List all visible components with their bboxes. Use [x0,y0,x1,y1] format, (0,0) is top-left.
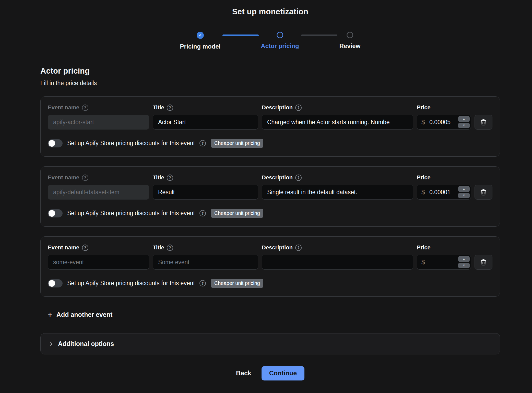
monetization-wizard: Set up monetization ✓ Pricing model Acto… [40,0,500,380]
toggle-knob [49,210,55,217]
delete-event-button[interactable] [475,185,492,200]
description-label-text: Description [262,244,293,251]
event-name-input[interactable] [48,115,149,130]
help-icon[interactable]: ? [295,175,302,181]
cheaper-unit-pricing-badge: Cheaper unit pricing [211,279,263,288]
description-label-text: Description [262,174,293,181]
add-another-event-button[interactable]: + Add another event [48,311,112,318]
title-label-text: Title [153,244,164,251]
currency-symbol: $ [421,119,425,126]
step-pricing-model[interactable]: ✓ Pricing model [180,32,221,50]
discount-toggle-label: Set up Apify Store pricing discounts for… [67,140,195,147]
title-field-group: Title ? [153,174,258,200]
title-input[interactable] [153,185,258,200]
title-label-text: Title [153,174,164,181]
toggle-knob [49,140,55,147]
event-pricing-card: Event name ? Title ? Description ? [40,96,500,157]
discount-toggle[interactable] [48,209,63,217]
continue-button[interactable]: Continue [262,366,304,380]
price-input-wrap: $ ▲ ▼ [417,185,471,200]
step-label: Review [339,42,361,50]
stepper: ✓ Pricing model Actor pricing Review [40,32,500,50]
stepper-up-icon[interactable]: ▲ [458,186,470,192]
title-input[interactable] [153,255,258,270]
additional-options-label: Additional options [58,340,114,348]
delete-event-button[interactable] [475,255,492,270]
stepper-connector-done [222,34,259,36]
discount-toggle-row: Set up Apify Store pricing discounts for… [48,139,493,148]
help-icon[interactable]: ? [82,105,88,111]
description-input[interactable] [262,255,413,270]
discount-toggle[interactable] [48,139,63,147]
price-label: Price [417,174,471,181]
discount-toggle[interactable] [48,279,63,287]
section-subheading: Fill in the price details [40,80,500,87]
description-label-text: Description [262,104,293,111]
title-label: Title ? [153,104,258,111]
help-icon[interactable]: ? [167,245,173,251]
add-another-event-label: Add another event [56,311,112,318]
title-input[interactable] [153,115,258,130]
step-label: Pricing model [180,43,221,50]
discount-toggle-label: Set up Apify Store pricing discounts for… [67,280,195,287]
description-label: Description ? [262,244,413,251]
step-label: Actor pricing [261,42,299,50]
title-field-group: Title ? [153,244,258,270]
stepper-connector-todo [301,34,337,36]
page-title: Set up monetization [40,0,500,16]
help-icon[interactable]: ? [199,280,206,286]
cheaper-unit-pricing-badge: Cheaper unit pricing [211,209,263,218]
additional-options-expander[interactable]: Additional options [40,333,500,354]
stepper-down-icon[interactable]: ▼ [458,123,470,129]
price-stepper: ▲ ▼ [458,116,470,128]
currency-symbol: $ [421,189,425,196]
trash-icon [480,188,487,196]
step-actor-pricing[interactable]: Actor pricing [261,32,299,50]
discount-toggle-row: Set up Apify Store pricing discounts for… [48,279,493,288]
stepper-up-icon[interactable]: ▲ [458,116,470,122]
price-input-wrap: $ ▲ ▼ [417,255,471,270]
price-stepper: ▲ ▼ [458,186,470,198]
description-input[interactable] [262,185,413,200]
event-name-input[interactable] [48,255,149,270]
event-name-field-group: Event name ? [48,174,149,200]
description-field-group: Description ? [262,104,413,130]
help-icon[interactable]: ? [295,105,302,111]
help-icon[interactable]: ? [295,245,302,251]
help-icon[interactable]: ? [167,105,173,111]
title-label: Title ? [153,174,258,181]
title-field-group: Title ? [153,104,258,130]
stepper-down-icon[interactable]: ▼ [458,263,470,269]
event-name-label-text: Event name [48,104,79,111]
price-label: Price [417,244,471,251]
trash-icon [480,118,487,126]
stepper-up-icon[interactable]: ▲ [458,256,470,262]
section-heading: Actor pricing [40,66,500,76]
discount-toggle-label: Set up Apify Store pricing discounts for… [67,210,195,217]
event-name-input[interactable] [48,185,149,200]
price-label-text: Price [417,104,431,111]
step-review[interactable]: Review [339,32,361,50]
event-name-field-group: Event name ? [48,244,149,270]
wizard-footer: Back Continue [40,366,500,380]
price-label-text: Price [417,244,431,251]
event-name-label: Event name ? [48,174,149,181]
delete-event-button[interactable] [475,115,492,130]
description-input[interactable] [262,115,413,130]
back-button[interactable]: Back [236,369,251,377]
help-icon[interactable]: ? [82,245,88,251]
price-label: Price [417,104,471,111]
chevron-right-icon [48,341,54,346]
trash-icon [480,258,487,266]
help-icon[interactable]: ? [199,140,206,146]
help-icon[interactable]: ? [82,175,88,181]
step-current-circle-icon [277,32,283,38]
stepper-down-icon[interactable]: ▼ [458,193,470,199]
event-cards: Event name ? Title ? Description ? [40,96,500,297]
description-label: Description ? [262,104,413,111]
help-icon[interactable]: ? [167,175,173,181]
price-field-group: Price $ ▲ ▼ [417,244,471,270]
help-icon[interactable]: ? [199,210,206,216]
description-label: Description ? [262,174,413,181]
step-completed-check-icon: ✓ [197,32,204,39]
